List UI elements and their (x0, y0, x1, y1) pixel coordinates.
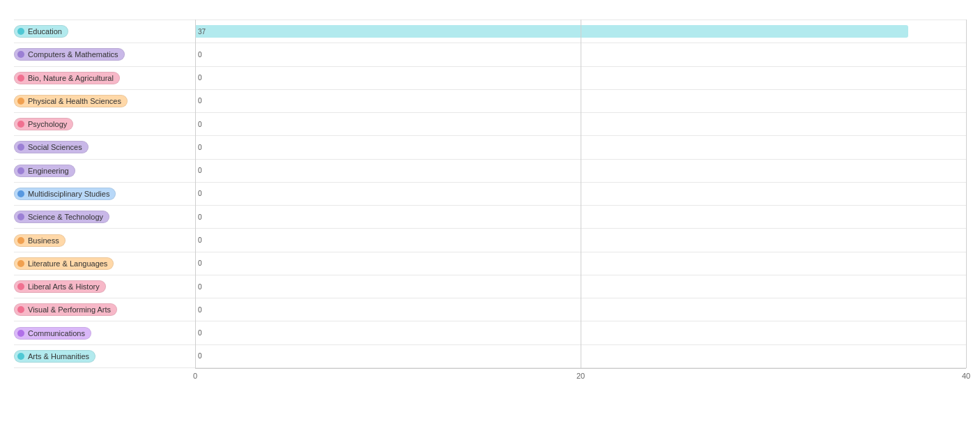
bar-graph-area: 0 (195, 43, 966, 66)
bar-label-pill: Visual & Performing Arts (14, 303, 117, 316)
bar-graph-area: 37 (195, 20, 966, 43)
bar-label-container: Science & Technology (14, 208, 195, 225)
chart-container: Education37Computers & Mathematics0Bio, … (0, 0, 980, 440)
bar-label-pill: Science & Technology (14, 211, 109, 223)
chart-area: Education37Computers & Mathematics0Bio, … (14, 20, 966, 383)
bar-graph-area: 0 (195, 252, 966, 275)
bar-row: Business0 (14, 229, 966, 252)
bar-value-label: 0 (198, 213, 202, 221)
bar-fill: 37 (195, 25, 908, 38)
x-axis-label: 0 (193, 372, 197, 380)
pill-dot (17, 260, 24, 267)
bar-label-pill: Arts & Humanities (14, 350, 95, 363)
bar-row: Education37 (14, 20, 966, 43)
bar-label-text: Multidisciplinary Studies (28, 190, 109, 198)
bar-label-pill: Multidisciplinary Studies (14, 188, 116, 200)
bar-graph-area: 0 (195, 229, 966, 251)
bar-row: Communications0 (14, 321, 966, 344)
bar-value-label: 0 (198, 259, 202, 267)
bar-label-pill: Communications (14, 327, 91, 340)
bar-graph-area: 0 (195, 298, 966, 321)
pill-dot (17, 75, 24, 82)
pill-dot (17, 121, 24, 128)
bar-label-text: Visual & Performing Arts (28, 305, 111, 314)
pill-dot (17, 283, 24, 290)
bar-label-container: Engineering (14, 162, 195, 179)
bar-label-container: Computers & Mathematics (14, 46, 195, 63)
bar-label-pill: Education (14, 25, 68, 38)
bar-row: Social Sciences0 (14, 136, 966, 159)
bar-label-text: Liberal Arts & History (28, 282, 100, 291)
bar-value-label: 0 (198, 306, 202, 314)
bar-row: Arts & Humanities0 (14, 345, 966, 368)
bar-label-pill: Bio, Nature & Agricultural (14, 72, 120, 84)
bar-value-label: 0 (198, 97, 202, 105)
bar-label-pill: Psychology (14, 118, 73, 130)
bar-row: Science & Technology0 (14, 206, 966, 229)
bar-label-container: Business (14, 232, 195, 249)
bar-label-pill: Engineering (14, 165, 75, 177)
bar-label-pill: Literature & Languages (14, 257, 114, 270)
bar-label-text: Social Sciences (28, 143, 82, 151)
bar-label-container: Multidisciplinary Studies (14, 185, 195, 202)
bar-label-text: Computers & Mathematics (28, 50, 118, 59)
bar-label-container: Visual & Performing Arts (14, 301, 195, 318)
pill-dot (17, 28, 24, 35)
bar-label-text: Engineering (28, 167, 69, 175)
bar-label-text: Education (28, 27, 62, 36)
bar-label-text: Psychology (28, 120, 67, 128)
bar-value-label: 0 (198, 236, 202, 244)
pill-dot (17, 167, 24, 174)
bar-row: Bio, Nature & Agricultural0 (14, 67, 966, 90)
bar-row: Engineering0 (14, 160, 966, 183)
bar-label-pill: Physical & Health Sciences (14, 95, 128, 107)
bar-label-container: Psychology (14, 116, 195, 132)
pill-dot (17, 353, 24, 360)
bar-label-text: Literature & Languages (28, 259, 107, 268)
bar-graph-area: 0 (195, 321, 966, 344)
bar-value-label: 0 (198, 144, 202, 151)
bar-value-label: 0 (198, 190, 202, 197)
bar-graph-area: 0 (195, 90, 966, 112)
bar-row: Physical & Health Sciences0 (14, 90, 966, 113)
grid-line (966, 20, 967, 368)
bar-value-label: 0 (198, 329, 202, 337)
bar-value-label: 0 (198, 167, 202, 174)
bar-row: Multidisciplinary Studies0 (14, 183, 966, 206)
bar-graph-area: 0 (195, 345, 966, 367)
bar-value-label: 0 (198, 121, 202, 128)
x-axis-label: 40 (962, 372, 970, 380)
bar-value-label: 0 (198, 352, 202, 360)
bar-row: Visual & Performing Arts0 (14, 298, 966, 321)
bar-label-pill: Computers & Mathematics (14, 48, 125, 61)
pill-dot (17, 51, 24, 58)
bar-graph-area: 0 (195, 206, 966, 228)
x-axis: 02040 (195, 369, 966, 383)
bar-row: Computers & Mathematics0 (14, 43, 966, 66)
pill-dot (17, 306, 24, 313)
pill-dot (17, 98, 24, 105)
pill-dot (17, 190, 24, 197)
pill-dot (17, 330, 24, 337)
bar-graph-area: 0 (195, 183, 966, 205)
bar-row: Psychology0 (14, 113, 966, 136)
bar-label-container: Literature & Languages (14, 255, 195, 272)
pill-dot (17, 213, 24, 220)
bar-graph-area: 0 (195, 113, 966, 135)
bar-label-pill: Liberal Arts & History (14, 280, 106, 293)
bar-label-text: Business (28, 236, 59, 245)
bar-label-container: Social Sciences (14, 139, 195, 155)
bar-label-text: Physical & Health Sciences (28, 97, 121, 105)
pill-dot (17, 144, 24, 151)
bar-label-container: Bio, Nature & Agricultural (14, 70, 195, 86)
pill-dot (17, 237, 24, 244)
bar-label-text: Bio, Nature & Agricultural (28, 74, 114, 82)
bar-graph-area: 0 (195, 160, 966, 182)
x-axis-label: 20 (576, 372, 585, 380)
bar-label-text: Science & Technology (28, 213, 103, 221)
bar-row: Literature & Languages0 (14, 252, 966, 275)
bar-label-container: Liberal Arts & History (14, 278, 195, 295)
bar-graph-area: 0 (195, 67, 966, 89)
bar-label-text: Communications (28, 329, 85, 337)
bar-row: Liberal Arts & History0 (14, 275, 966, 298)
